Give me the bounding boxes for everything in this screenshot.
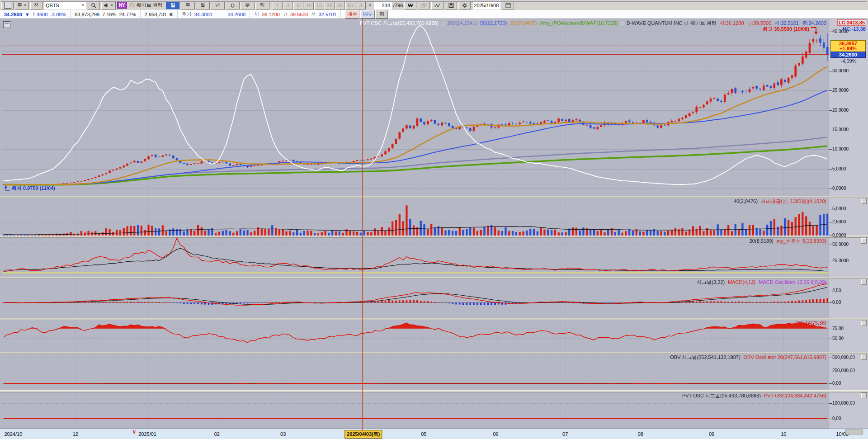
axis-tick-label-vlt-1: 25,0000 bbox=[832, 258, 849, 263]
panel-label-obv: OBV 시그널(252,541,132,1987)OBV Oscillator … bbox=[667, 354, 826, 361]
legend-item-6: □ bbox=[621, 21, 623, 26]
time-axis-label-3: 02 bbox=[214, 431, 220, 437]
upper-alert-pct: +1,89% bbox=[831, 46, 865, 51]
upper-price-alert-box[interactable]: 36,3957 +1,89% bbox=[830, 40, 866, 52]
legend-item-7: D-WAVE QUANTUM INC 디 웨이브 퀀텀 bbox=[627, 20, 717, 26]
hc-readout: HC:-13,38 bbox=[843, 26, 866, 32]
time-axis-label-5: 05 bbox=[421, 431, 426, 437]
axis-tick-label-main-5: 10,0000 bbox=[832, 146, 849, 151]
axis-tick-label-pvt-0: 100,000,00 bbox=[832, 401, 855, 406]
low-annotation-text: 최저 0.9750 (11/04) bbox=[12, 185, 55, 192]
time-axis[interactable]: 2024/10122025/01020305060708091010/08202… bbox=[0, 429, 868, 439]
legend-item-8: 시:36.1200 bbox=[720, 20, 744, 26]
current-price-pct: -4,09% bbox=[831, 58, 866, 64]
panel-label-part-macd-1: MACD(4,12) bbox=[728, 279, 755, 285]
time-axis-label-2: 2025/01 bbox=[138, 431, 156, 437]
legend-item-2: 200(14,1541) bbox=[448, 20, 477, 26]
panel-canvas-vol[interactable] bbox=[2, 197, 829, 236]
panel-label-vlt: 20(8,9189)my_변동성 5(13,8393) bbox=[746, 238, 826, 245]
panel-label-part-rsi-0: RSI 14(75,36) bbox=[796, 320, 826, 326]
panel-label-macd: 시그널(3,22)MACD(4,12)MACD Oscillator 12,26… bbox=[693, 279, 826, 286]
legend-item-0: PVT OSC 시그널(25,493,780,6888) bbox=[360, 20, 439, 26]
panel-maximize-button-pvt[interactable] bbox=[861, 392, 867, 398]
panel-label-part-vol-1: 거래대금(조, 1380원)(4,1020) bbox=[761, 198, 826, 204]
panel-label-part-obv-1: OBV Oscillator 20(247,561,815,9887) bbox=[744, 354, 826, 360]
time-axis-label-10: 10 bbox=[781, 431, 786, 437]
axis-tick-label-obv-1: 250,000,00 bbox=[832, 368, 855, 373]
current-price-box: 34,2600 bbox=[830, 52, 866, 58]
panel-label-pvt: PVT OSC 시그널(25,493,780,6888)PVT OSC(24,6… bbox=[679, 392, 826, 399]
axis-tick-label-main-1: 30,0000 bbox=[832, 68, 849, 73]
panel-label-rsi: RSI 14(75,36) bbox=[793, 320, 826, 326]
panel-maximize-button-vol[interactable] bbox=[861, 198, 867, 204]
high-annotation: 최고 39,5500 (10/08) bbox=[763, 26, 809, 33]
panel-label-part-macd-2: MACD Oscillator 12,26,9(0,89) bbox=[759, 279, 826, 285]
panel-maximize-button-rsi[interactable] bbox=[861, 320, 867, 326]
axis-tick-label-vlt-0: 50,0000 bbox=[832, 242, 849, 247]
time-axis-label-4: 03 bbox=[280, 431, 286, 437]
panel-maximize-button-vlt[interactable] bbox=[861, 238, 867, 244]
panel-label-part-obv-0: OBV 시그널(252,541,132,1987) bbox=[670, 354, 740, 360]
main-chart-legend: PVT OSC 시그널(25,493,780,6888)□200(14,1541… bbox=[357, 20, 826, 27]
high-marker-arrow bbox=[810, 25, 820, 36]
time-axis-label-6: 06 bbox=[493, 431, 498, 437]
time-axis-event-marker: V bbox=[132, 430, 136, 434]
axis-tick-label-obv-2: 0,00 bbox=[832, 381, 841, 386]
panel-label-part-vlt-1: my_변동성 5(13,8393) bbox=[777, 238, 826, 244]
low-annotation: 최저 0.9750 (11/04) bbox=[4, 185, 55, 192]
legend-item-1: □ bbox=[442, 21, 444, 26]
time-axis-label-1: 12 bbox=[73, 431, 78, 437]
legend-item-10: 저:32.5101 bbox=[774, 20, 799, 26]
panel-label-part-pvt-0: PVT OSC 시그널(25,493,780,6888) bbox=[682, 393, 761, 398]
axis-tick-label-main-4: 15,0000 bbox=[832, 127, 849, 132]
chart-tool-icon[interactable] bbox=[3, 21, 10, 28]
axis-tick-label-main-7: 0,0000 bbox=[832, 186, 846, 191]
time-axis-label-9: 09 bbox=[709, 431, 714, 437]
chart-region: PVT OSC 시그널(25,493,780,6888)□200(14,1541… bbox=[0, 0, 868, 439]
axis-tick-label-pvt-1: 0,00 bbox=[832, 416, 841, 421]
time-axis-highlight-label: 2025/04/03(목) bbox=[344, 430, 382, 439]
axis-tick-label-main-3: 20,0000 bbox=[832, 108, 849, 113]
time-axis-scroll-thumb[interactable] bbox=[845, 430, 863, 434]
panel-splitter-3[interactable] bbox=[0, 318, 868, 320]
panel-label-part-vlt-0: 20(8,9189) bbox=[750, 238, 774, 244]
legend-item-4: 20(27,0407) bbox=[510, 20, 537, 26]
axis-tick-label-main-6: 5,0000 bbox=[832, 166, 846, 171]
panel-label-vol: 40(2,0476)거래대금(조, 1380원)(4,1020) bbox=[731, 198, 826, 205]
axis-tick-label-vol-2: 0,0000 bbox=[832, 233, 846, 238]
legend-item-9: 고:39.5500 bbox=[747, 20, 772, 26]
panel-label-part-vol-0: 40(2,0476) bbox=[734, 198, 758, 204]
axis-tick-label-macd-1: 0,00 bbox=[832, 300, 841, 305]
axis-tick-label-vol-0: 5,0000 bbox=[832, 206, 846, 211]
axis-tick-label-macd-0: 2,50 bbox=[832, 288, 841, 293]
legend-item-3: 50(22,1730) bbox=[480, 20, 507, 26]
panel-canvas-main[interactable] bbox=[2, 19, 829, 196]
time-axis-label-7: 07 bbox=[562, 431, 568, 437]
time-axis-label-8: 08 bbox=[638, 431, 643, 437]
panel-label-part-pvt-1: PVT OSC(24,684,442,4756) bbox=[764, 393, 826, 398]
panel-maximize-button-macd[interactable] bbox=[861, 279, 867, 285]
window-icon bbox=[4, 2, 11, 9]
panel-splitter-1[interactable] bbox=[0, 236, 868, 238]
axis-tick-label-rsi-0: 75,00 bbox=[832, 326, 844, 331]
time-axis-label-0: 2024/10 bbox=[4, 431, 22, 437]
lc-readout: LC:3413,85 bbox=[837, 19, 866, 26]
legend-item-5: #my_IPOAnchoredVWAP(10,7335) bbox=[540, 20, 618, 26]
axis-tick-label-vol-1: 2,5000 bbox=[832, 219, 846, 224]
axis-tick-label-obv-0: 500,000,00 bbox=[832, 355, 855, 360]
crosshair-vertical-line bbox=[362, 19, 363, 431]
axis-tick-label-main-2: 25,0000 bbox=[832, 88, 849, 93]
panel-canvas-rsi[interactable] bbox=[2, 319, 829, 352]
axis-tick-label-rsi-1: 50,00 bbox=[832, 336, 844, 341]
panel-canvas-vlt[interactable] bbox=[2, 237, 829, 277]
low-marker-arrow bbox=[4, 185, 10, 192]
panel-maximize-button-obv[interactable] bbox=[861, 354, 867, 360]
panel-label-part-macd-0: 시그널(3,22) bbox=[697, 279, 725, 285]
